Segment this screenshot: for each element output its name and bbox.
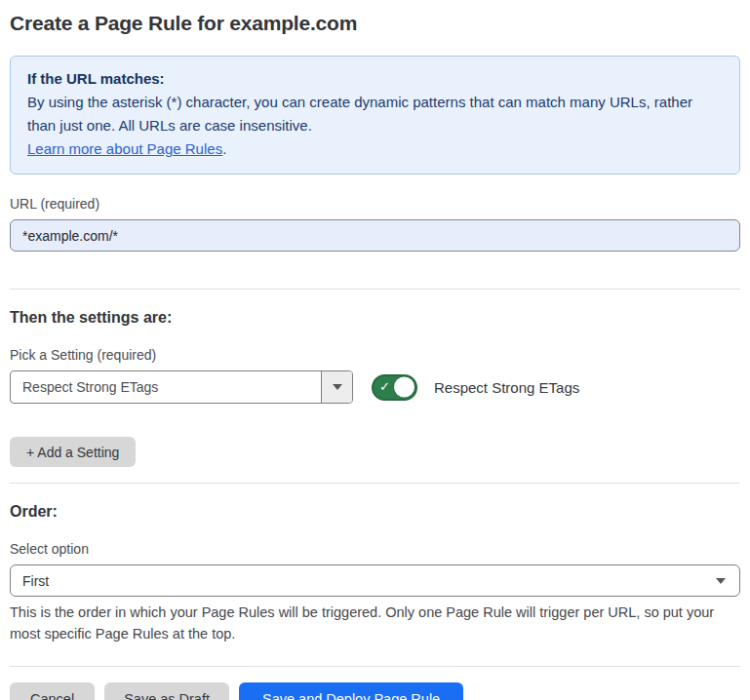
save-and-deploy-button[interactable]: Save and Deploy Page Rule <box>239 682 463 700</box>
order-select[interactable]: First <box>10 564 740 597</box>
info-box-heading: If the URL matches: <box>27 67 723 91</box>
toggle-knob <box>394 377 414 398</box>
settings-heading: Then the settings are: <box>10 309 740 327</box>
info-box-link-line: Learn more about Page Rules. <box>27 137 723 161</box>
setting-row: Respect Strong ETags ✓ Respect Strong ET… <box>10 370 740 404</box>
save-as-draft-button[interactable]: Save as Draft <box>104 682 229 700</box>
check-icon: ✓ <box>379 380 390 393</box>
etag-toggle-wrap: ✓ Respect Strong ETags <box>372 374 579 401</box>
chevron-down-icon <box>333 384 342 390</box>
order-select-label: Select option <box>10 541 740 557</box>
footer-divider <box>10 666 740 667</box>
order-select-value: First <box>22 573 49 589</box>
setting-select-arrow-button[interactable] <box>321 371 352 403</box>
setting-picker-label: Pick a Setting (required) <box>10 347 740 363</box>
order-heading: Order: <box>10 503 740 521</box>
etag-toggle[interactable]: ✓ <box>372 374 417 401</box>
link-suffix: . <box>222 140 226 157</box>
etag-toggle-label: Respect Strong ETags <box>434 379 579 396</box>
learn-more-link[interactable]: Learn more about Page Rules <box>27 140 222 157</box>
add-setting-button[interactable]: + Add a Setting <box>10 437 136 467</box>
url-field-label: URL (required) <box>10 196 740 212</box>
url-match-info-box: If the URL matches: By using the asteris… <box>10 56 740 175</box>
chevron-down-icon <box>716 578 726 584</box>
info-box-body: By using the asterisk (*) character, you… <box>27 91 723 137</box>
section-divider <box>10 483 740 484</box>
page-title: Create a Page Rule for example.com <box>10 12 740 35</box>
setting-select-value: Respect Strong ETags <box>11 371 321 403</box>
cancel-button[interactable]: Cancel <box>10 682 95 700</box>
footer-actions: Cancel Save as Draft Save and Deploy Pag… <box>10 682 740 700</box>
url-input[interactable] <box>10 219 740 252</box>
section-divider <box>10 289 740 290</box>
setting-select[interactable]: Respect Strong ETags <box>10 370 353 404</box>
order-help-text: This is the order in which your Page Rul… <box>10 602 740 644</box>
info-box-body-text: By using the asterisk (*) character, you… <box>27 94 692 134</box>
